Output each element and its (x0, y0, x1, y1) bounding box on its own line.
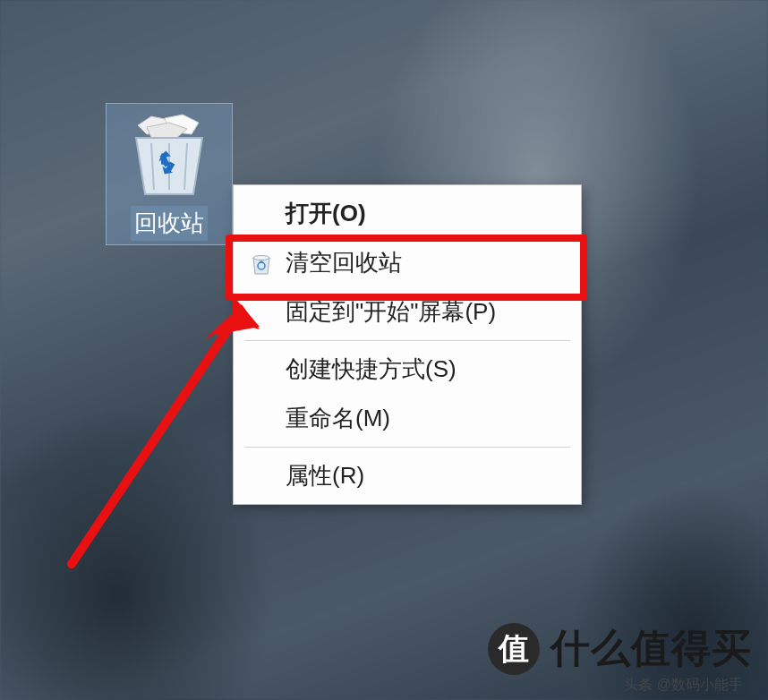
desktop-icon-label: 回收站 (131, 206, 208, 241)
watermark: 值 什么值得买 (488, 622, 752, 675)
menu-item-open[interactable]: 打开(O) (235, 189, 579, 238)
menu-label: 清空回收站 (286, 247, 563, 278)
watermark-text: 什么值得买 (550, 622, 752, 675)
recycle-bin-icon (120, 109, 218, 199)
context-menu: 打开(O) 清空回收站 固定到"开始"屏幕(P) 创建快捷方式(S) 重命名(M… (233, 184, 582, 505)
menu-item-create-shortcut[interactable]: 创建快捷方式(S) (235, 345, 579, 394)
menu-item-rename[interactable]: 重命名(M) (235, 394, 579, 443)
menu-label: 打开(O) (286, 198, 563, 229)
desktop-icon-recycle-bin[interactable]: 回收站 (106, 103, 233, 245)
menu-label: 创建快捷方式(S) (286, 354, 563, 385)
menu-separator (244, 447, 570, 448)
recycle-bin-small-icon (248, 250, 286, 277)
menu-label: 重命名(M) (286, 403, 563, 434)
menu-item-pin-to-start[interactable]: 固定到"开始"屏幕(P) (235, 287, 579, 337)
menu-item-empty-recycle-bin[interactable]: 清空回收站 (235, 238, 579, 287)
svg-point-3 (253, 255, 269, 260)
watermark-badge-icon: 值 (488, 623, 540, 675)
menu-item-properties[interactable]: 属性(R) (235, 451, 579, 500)
menu-label: 属性(R) (286, 460, 563, 491)
watermark-subtext: 头条 @数码小能手 (624, 676, 743, 695)
menu-label: 固定到"开始"屏幕(P) (286, 296, 563, 328)
menu-separator (244, 340, 570, 341)
